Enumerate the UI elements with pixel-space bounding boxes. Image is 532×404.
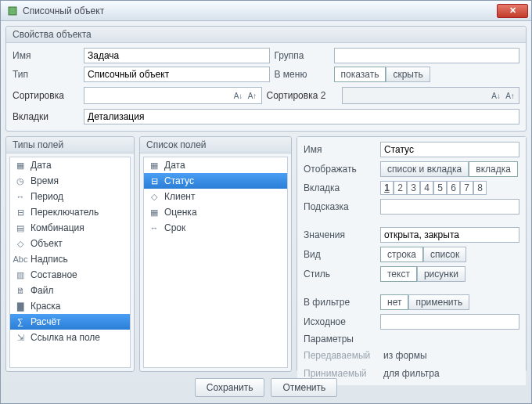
tab-number-3[interactable]: 3	[407, 181, 420, 195]
field-type-item[interactable]: ◷Время	[10, 173, 130, 189]
object-icon: ◇	[149, 191, 160, 202]
tab-label: Вкладка	[304, 182, 374, 193]
sort-asc-icon: A↓	[491, 90, 501, 101]
field-list-item[interactable]: ⊟Статус	[144, 173, 287, 189]
style-text-toggle[interactable]: текст	[380, 266, 417, 282]
sort-box[interactable]: A↓ A↑	[84, 87, 262, 104]
filter-label: В фильтре	[304, 297, 374, 308]
calc-icon: ∑	[15, 316, 26, 327]
titlebar: Списочный объект ✕	[1, 1, 531, 21]
initial-input[interactable]	[380, 314, 519, 330]
field-type-label: Краска	[31, 301, 61, 312]
field-type-item[interactable]: ▦Дата	[10, 157, 130, 173]
sort2-box: A↓ A↑	[342, 87, 520, 104]
field-type-label: Объект	[31, 238, 63, 249]
initial-label: Исходное	[304, 316, 374, 327]
pass-label: Передаваемый	[304, 350, 374, 361]
field-list-title: Список полей	[140, 137, 291, 153]
style-img-toggle[interactable]: рисунки	[417, 266, 466, 282]
field-type-label: Составное	[31, 269, 77, 280]
color-icon: ▇	[15, 301, 26, 312]
filter-no-toggle[interactable]: нет	[380, 294, 408, 310]
field-types-title: Типы полей	[6, 137, 134, 153]
tab-number-group: 12345678	[380, 181, 519, 195]
field-type-item[interactable]: ▥Составное	[10, 267, 130, 283]
field-type-item[interactable]: ◇Объект	[10, 236, 130, 251]
tab-number-8[interactable]: 8	[473, 181, 487, 195]
field-list-label: Статус	[164, 175, 194, 186]
properties-title: Свойства объекта	[6, 27, 526, 43]
display-list-toggle[interactable]: список и вкладка	[380, 161, 469, 177]
tabs-input[interactable]	[84, 109, 519, 124]
name-input[interactable]	[84, 48, 270, 63]
field-list-item[interactable]: ↔Срок	[144, 220, 287, 236]
name-label: Имя	[13, 50, 79, 61]
field-type-item[interactable]: 🗎Файл	[10, 283, 130, 298]
field-type-item[interactable]: ▇Краска	[10, 298, 130, 314]
sort-asc-icon: A↓	[233, 90, 244, 101]
field-type-item[interactable]: ↔Период	[10, 189, 130, 204]
cancel-button[interactable]: Отменить	[271, 378, 337, 397]
hint-input[interactable]	[380, 199, 519, 215]
values-input[interactable]	[380, 227, 519, 243]
field-type-item[interactable]: ∑Расчёт	[10, 314, 130, 330]
group-input[interactable]	[334, 48, 520, 63]
filter-apply-toggle[interactable]: применить	[408, 294, 469, 310]
pass-value: из формы	[380, 348, 519, 363]
window-title: Списочный объект	[23, 5, 497, 16]
field-type-item[interactable]: ⇲Ссылка на поле	[10, 330, 130, 345]
field-props-panel: Имя Отображать список и вкладка вкладка …	[297, 136, 527, 372]
date-icon: ▦	[15, 160, 26, 171]
field-type-label: Период	[31, 191, 63, 202]
period-icon: ↔	[15, 191, 26, 202]
field-list-item[interactable]: ▦Дата	[144, 157, 287, 173]
display-label: Отображать	[304, 164, 374, 175]
tab-number-5[interactable]: 5	[433, 181, 447, 195]
menu-label: В меню	[275, 69, 329, 80]
field-type-label: Комбинация	[31, 222, 84, 233]
display-tab-toggle[interactable]: вкладка	[469, 161, 518, 177]
tab-number-6[interactable]: 6	[447, 181, 460, 195]
field-type-label: Ссылка на поле	[31, 332, 100, 343]
kind-string-toggle[interactable]: строка	[380, 247, 423, 262]
field-list-label: Оценка	[164, 207, 197, 218]
field-type-label: Надпись	[31, 254, 68, 265]
field-type-item[interactable]: ⊟Переключатель	[10, 204, 130, 220]
menu-hide-toggle[interactable]: скрыть	[386, 67, 430, 82]
tab-number-7[interactable]: 7	[460, 181, 473, 195]
close-button[interactable]: ✕	[497, 4, 528, 18]
menu-show-toggle[interactable]: показать	[334, 67, 386, 82]
properties-panel: Свойства объекта Имя Группа Тип В меню п…	[5, 26, 527, 132]
field-list-panel: Список полей ▦Дата⊟Статус◇Клиент▦Оценка↔…	[139, 136, 292, 372]
field-name-input[interactable]	[380, 142, 519, 157]
composite-icon: ▥	[15, 269, 26, 280]
kind-toggle-group: строка список	[380, 247, 519, 262]
field-list-item[interactable]: ▦Оценка	[144, 204, 287, 220]
tab-number-2[interactable]: 2	[394, 181, 407, 195]
tabs-label: Вкладки	[13, 111, 79, 122]
display-toggle-group: список и вкладка вкладка	[380, 161, 519, 177]
style-toggle-group: текст рисунки	[380, 266, 519, 282]
field-list-item[interactable]: ◇Клиент	[144, 189, 287, 204]
date-icon: ▦	[149, 160, 160, 171]
kind-label: Вид	[304, 249, 374, 260]
style-label: Стиль	[304, 269, 374, 280]
field-list: ▦Дата⊟Статус◇Клиент▦Оценка↔Срок	[143, 157, 288, 368]
sort2-label: Сортировка 2	[267, 90, 337, 101]
field-type-item[interactable]: AbcНадпись	[10, 251, 130, 267]
footer: Сохранить Отменить	[1, 372, 531, 403]
label-icon: Abc	[15, 254, 26, 265]
field-type-item[interactable]: ▤Комбинация	[10, 220, 130, 236]
field-type-label: Дата	[31, 160, 52, 171]
time-icon: ◷	[15, 175, 26, 186]
tab-number-1[interactable]: 1	[380, 181, 394, 195]
kind-list-toggle[interactable]: список	[423, 247, 466, 262]
tab-number-4[interactable]: 4	[420, 181, 433, 195]
save-button[interactable]: Сохранить	[195, 378, 265, 397]
sort-desc-icon: A↑	[247, 90, 258, 101]
values-label: Значения	[304, 229, 374, 240]
field-type-label: Файл	[31, 285, 54, 296]
combo-icon: ▤	[15, 222, 26, 233]
group-label: Группа	[275, 50, 329, 61]
type-input[interactable]	[84, 67, 270, 82]
